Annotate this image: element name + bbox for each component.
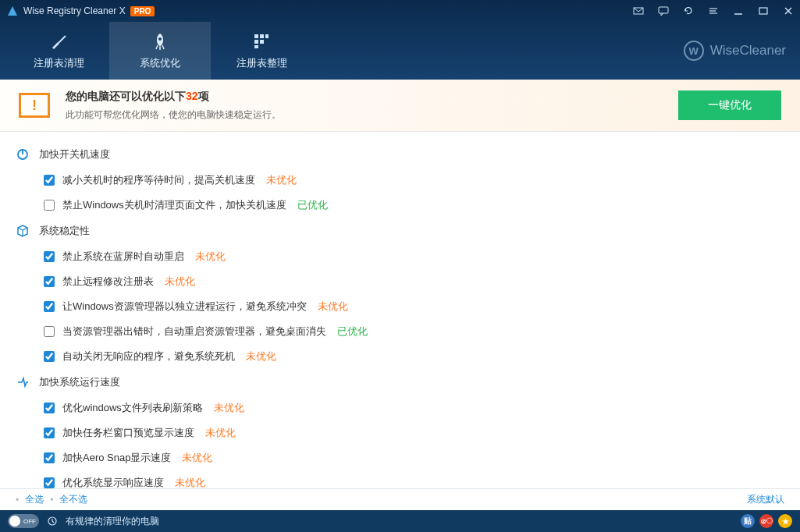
option-row: 禁止系统在蓝屏时自动重启未优化: [0, 244, 800, 269]
option-row: 禁止远程修改注册表未优化: [0, 269, 800, 294]
brand-text: WiseCleaner: [710, 43, 786, 59]
bullet: •: [50, 495, 53, 505]
toggle-label: OFF: [23, 518, 36, 525]
option-row: 优化windows文件列表刷新策略未优化: [0, 395, 800, 420]
svg-rect-12: [260, 34, 264, 38]
minimize-icon[interactable]: [733, 5, 744, 16]
defrag-icon: [251, 31, 272, 51]
rocket-icon: [150, 31, 170, 51]
brand-logo-icon: W: [684, 41, 704, 61]
schedule-toggle[interactable]: OFF: [8, 514, 39, 528]
option-status: 未优化: [266, 173, 297, 187]
option-text: 优化系统显示响应速度: [62, 476, 164, 488]
banner-text: 您的电脑还可以优化以下32项 此功能可帮您优化网络，使您的电脑快速稳定运行。: [66, 90, 663, 122]
banner-title-prefix: 您的电脑还可以优化以下: [66, 90, 186, 102]
option-status: 未优化: [205, 426, 236, 440]
section-header: 加快开关机速度: [0, 141, 800, 168]
bullet: •: [16, 495, 19, 505]
close-icon[interactable]: [783, 5, 794, 16]
option-row: 加快任务栏窗口预览显示速度未优化: [0, 420, 800, 445]
option-text: 加快Aero Snap显示速度: [62, 451, 171, 465]
brand: W WiseCleaner: [684, 22, 800, 80]
pro-badge: PRO: [130, 6, 155, 16]
option-checkbox[interactable]: [44, 251, 55, 262]
svg-rect-6: [759, 8, 767, 14]
mail-icon[interactable]: [633, 5, 644, 16]
option-status: 未优化: [195, 250, 226, 264]
banner-title-suffix: 项: [198, 90, 209, 102]
option-status: 未优化: [214, 401, 244, 415]
content-area[interactable]: 加快开关机速度减小关机时的程序等待时间，提高关机速度未优化禁止Windows关机…: [0, 131, 800, 488]
option-checkbox[interactable]: [44, 427, 55, 438]
option-row: 自动关闭无响应的程序，避免系统死机未优化: [0, 344, 800, 369]
section-title: 系统稳定性: [39, 224, 90, 238]
app-title-group: Wise Registry Cleaner X PRO: [6, 5, 155, 17]
optimize-button[interactable]: 一键优化: [678, 90, 781, 120]
banner: ! 您的电脑还可以优化以下32项 此功能可帮您优化网络，使您的电脑快速稳定运行。…: [0, 80, 800, 131]
option-checkbox[interactable]: [44, 477, 55, 488]
option-checkbox[interactable]: [44, 175, 55, 186]
bottombar: OFF 有规律的清理你的电脑 贴 ෙ ★: [0, 510, 800, 532]
toggle-knob: [9, 516, 20, 527]
social-icons: 贴 ෙ ★: [741, 514, 792, 528]
option-checkbox[interactable]: [44, 200, 55, 211]
power-icon: [16, 147, 30, 161]
nav-tab-label: 注册表清理: [34, 56, 84, 70]
svg-rect-11: [254, 34, 258, 38]
select-none-link[interactable]: 全不选: [59, 493, 87, 506]
svg-rect-1: [659, 7, 668, 13]
option-checkbox[interactable]: [44, 326, 55, 337]
svg-line-9: [59, 36, 66, 43]
section-title: 加快开关机速度: [39, 147, 110, 161]
svg-point-10: [158, 37, 162, 41]
option-status: 未优化: [165, 275, 195, 289]
option-text: 自动关闭无响应的程序，避免系统死机: [62, 349, 235, 364]
menu-icon[interactable]: [708, 5, 719, 16]
option-text: 禁止系统在蓝屏时自动重启: [62, 250, 184, 264]
refresh-icon[interactable]: [683, 5, 694, 16]
svg-rect-15: [260, 40, 264, 44]
app-name: Wise Registry Cleaner X: [23, 5, 126, 16]
social-weibo-icon[interactable]: ෙ: [759, 514, 773, 528]
option-row: 禁止Windows关机时清理页面文件，加快关机速度已优化: [0, 193, 800, 218]
section-title: 加快系统运行速度: [39, 375, 120, 389]
maximize-icon[interactable]: [758, 5, 769, 16]
option-checkbox[interactable]: [44, 301, 55, 312]
clock-icon: [47, 516, 58, 527]
footer: • 全选 • 全不选 系统默认: [0, 488, 800, 510]
social-tieba-icon[interactable]: 贴: [741, 514, 755, 528]
nav-tab-registry-defrag[interactable]: 注册表整理: [211, 22, 312, 80]
svg-rect-14: [254, 40, 258, 44]
app-icon: [6, 5, 19, 17]
option-status: 未优化: [175, 476, 205, 488]
option-checkbox[interactable]: [44, 452, 55, 463]
nav-tab-registry-clean[interactable]: 注册表清理: [8, 22, 109, 80]
social-qzone-icon[interactable]: ★: [778, 514, 792, 528]
option-checkbox[interactable]: [44, 403, 55, 413]
brush-icon: [48, 31, 69, 51]
section-header: 加快系统运行速度: [0, 369, 800, 395]
cube-icon: [16, 224, 30, 238]
option-status: 已优化: [337, 325, 368, 339]
option-row: 加快Aero Snap显示速度未优化: [0, 445, 800, 470]
nav-tab-system-optimize[interactable]: 系统优化: [109, 22, 211, 80]
section-header: 系统稳定性: [0, 218, 800, 244]
speed-icon: [16, 375, 30, 389]
banner-title-count: 32: [186, 90, 198, 102]
option-text: 禁止Windows关机时清理页面文件，加快关机速度: [62, 198, 286, 212]
banner-subtitle: 此功能可帮您优化网络，使您的电脑快速稳定运行。: [66, 108, 663, 122]
option-text: 禁止远程修改注册表: [62, 275, 154, 289]
option-status: 未优化: [318, 300, 348, 314]
select-all-link[interactable]: 全选: [25, 493, 44, 506]
feedback-icon[interactable]: [658, 5, 669, 16]
option-checkbox[interactable]: [44, 351, 55, 362]
nav-tab-label: 注册表整理: [236, 56, 287, 70]
option-status: 未优化: [246, 349, 276, 364]
option-checkbox[interactable]: [44, 276, 55, 287]
system-default-link[interactable]: 系统默认: [747, 493, 784, 506]
option-row: 让Windows资源管理器以独立进程运行，避免系统冲突未优化: [0, 294, 800, 319]
svg-rect-16: [254, 45, 258, 48]
warning-icon: !: [19, 93, 50, 118]
titlebar: Wise Registry Cleaner X PRO: [0, 0, 800, 22]
navbar: 注册表清理 系统优化 注册表整理 W WiseCleaner: [0, 22, 800, 80]
